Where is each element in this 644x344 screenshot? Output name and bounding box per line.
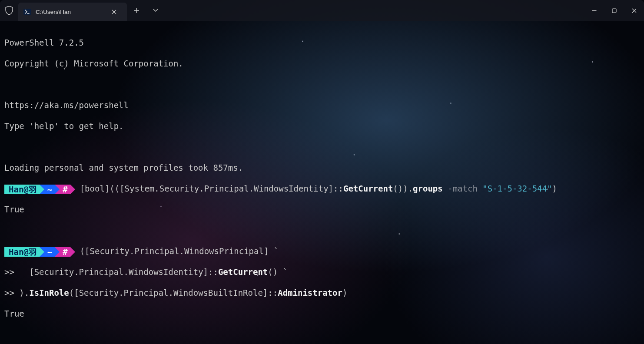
cmd-text: -match: [443, 184, 483, 193]
prompt-path: ~: [47, 247, 52, 257]
cmd-text: groups: [413, 184, 443, 193]
titlebar-actions: [127, 0, 165, 21]
close-window-button[interactable]: [624, 0, 644, 21]
output-line: True: [4, 204, 640, 215]
terminal-viewport[interactable]: PowerShell 7.2.5 Copyright (c) Microsoft…: [0, 21, 644, 344]
titlebar-left: C:\Users\Han: [0, 0, 127, 21]
cmd-text: "S-1-5-32-544": [482, 184, 552, 193]
titlebar-drag-region[interactable]: [165, 0, 584, 21]
tab-title: C:\Users\Han: [36, 9, 103, 15]
continuation-marker: >>: [4, 267, 14, 277]
banner-line: PowerShell 7.2.5: [4, 37, 640, 48]
svg-rect-3: [612, 9, 616, 13]
cmd-text: ): [552, 184, 557, 193]
titlebar: C:\Users\Han: [0, 0, 644, 21]
prompt-line: Han@羽~#([Security.Principal.WindowsPrinc…: [4, 246, 640, 256]
minimize-button[interactable]: [584, 0, 604, 21]
maximize-button[interactable]: [604, 0, 624, 21]
cmd-text: ::: [333, 184, 343, 193]
new-tab-button[interactable]: [127, 0, 146, 21]
cmd-text: [Security.Principal.WindowsIdentity]: [14, 267, 208, 277]
blank-line: [4, 142, 640, 152]
cmd-text: IsInRole: [29, 288, 69, 298]
banner-line: Copyright (c) Microsoft Corporation.: [4, 58, 640, 69]
cmd-text: Administrator: [278, 288, 342, 298]
prompt-symbol: #: [63, 247, 67, 257]
prompt-user-segment: Han@羽: [4, 247, 40, 257]
tab-active[interactable]: C:\Users\Han: [18, 3, 127, 21]
blank-line: [4, 225, 640, 235]
banner-line: https://aka.ms/powershell: [4, 100, 640, 110]
cmd-text: ).: [19, 288, 29, 298]
cmd-text: ): [342, 288, 347, 298]
continuation-line: >> [Security.Principal.WindowsIdentity]:…: [4, 267, 640, 277]
cmd-text: ::: [208, 267, 218, 277]
cmd-text: ()).: [393, 184, 413, 193]
cmd-text: () `: [268, 267, 288, 277]
window-controls: [584, 0, 644, 21]
blank-line: [4, 79, 640, 89]
prompt-user: Han@羽: [9, 247, 37, 257]
cmd-text: ([Security.Principal.WindowsPrincipal] `: [80, 246, 279, 256]
prompt-path: ~: [47, 184, 52, 195]
cmd-text: ::: [268, 288, 278, 298]
continuation-marker: >>: [4, 288, 14, 298]
blank-line: [4, 329, 640, 340]
cmd-text: GetCurrent: [343, 184, 393, 193]
banner-line: Type 'help' to get help.: [4, 121, 640, 131]
prompt-user-segment: Han@羽: [4, 185, 40, 194]
cmd-text: ([Security.Principal.WindowsBuiltInRole]: [69, 288, 268, 298]
admin-shield-icon: [0, 6, 18, 15]
prompt-symbol: #: [63, 184, 67, 195]
powershell-icon: [23, 8, 31, 16]
tab-close-button[interactable]: [108, 6, 120, 18]
cmd-text: GetCurrent: [218, 267, 268, 277]
prompt-user: Han@羽: [9, 184, 37, 195]
tab-dropdown-button[interactable]: [146, 0, 165, 21]
banner-line: Loading personal and system profiles too…: [4, 162, 640, 173]
output-line: True: [4, 308, 640, 319]
prompt-line: Han@羽~#[bool](([System.Security.Principa…: [4, 183, 640, 194]
cmd-text: [bool](([System.Security.Principal.Windo…: [80, 184, 333, 193]
continuation-line: >> ).IsInRole([Security.Principal.Window…: [4, 288, 640, 298]
svg-rect-0: [23, 9, 31, 15]
